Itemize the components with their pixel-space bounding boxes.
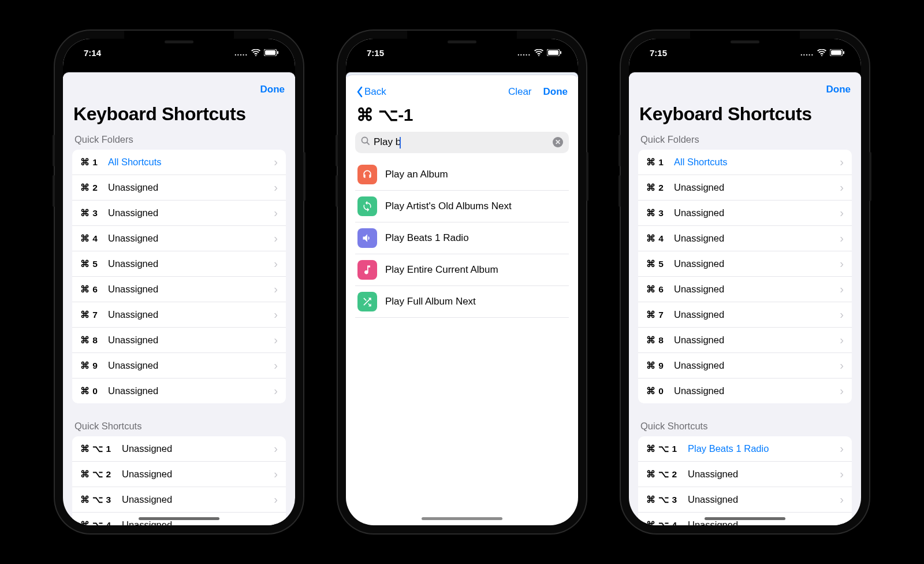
svg-rect-10 <box>843 51 844 54</box>
shortcut-label: Unassigned <box>674 207 840 218</box>
list-row[interactable]: ⌘ ⌥ 3Unassigned› <box>638 487 852 513</box>
list-row[interactable]: ⌘ 7Unassigned› <box>638 302 852 328</box>
list-row[interactable]: ⌘ 4Unassigned› <box>638 226 852 251</box>
list-row[interactable]: ⌘ 0Unassigned› <box>638 379 852 403</box>
shortcut-keys: ⌘ ⌥ 3 <box>80 495 122 505</box>
list-row[interactable]: ⌘ 4Unassigned› <box>72 226 286 251</box>
shortcut-keys: ⌘ 8 <box>80 335 108 346</box>
list-row[interactable]: ⌘ ⌥ 2Unassigned› <box>638 462 852 487</box>
svg-rect-4 <box>548 50 558 55</box>
shortcuts-list: ⌘ ⌥ 1Play Beats 1 Radio›⌘ ⌥ 2Unassigned›… <box>638 436 852 525</box>
shortcut-keys: ⌘ 2 <box>80 183 108 193</box>
done-button[interactable]: Done <box>543 86 568 98</box>
list-row[interactable]: ⌘ ⌥ 1Play Beats 1 Radio› <box>638 436 852 462</box>
chevron-right-icon: › <box>274 493 278 506</box>
shortcut-keys: ⌘ 3 <box>80 208 108 218</box>
list-row[interactable]: ⌘ 1All Shortcuts› <box>638 150 852 175</box>
list-row[interactable]: ⌘ ⌥ 3Unassigned› <box>72 487 286 513</box>
wifi-icon <box>251 49 260 56</box>
list-row[interactable]: ⌘ 3Unassigned› <box>72 201 286 226</box>
shortcut-label: Unassigned <box>108 360 274 371</box>
chevron-right-icon: › <box>274 308 278 321</box>
result-row[interactable]: Play an Album <box>355 159 569 191</box>
shortcut-label: Unassigned <box>674 309 840 320</box>
svg-rect-2 <box>277 51 278 54</box>
shortcut-label: Unassigned <box>674 385 840 396</box>
list-row[interactable]: ⌘ 3Unassigned› <box>638 201 852 226</box>
shortcut-label: Unassigned <box>108 335 274 346</box>
list-row[interactable]: ⌘ ⌥ 1Unassigned› <box>72 436 286 462</box>
shortcut-keys: ⌘ ⌥ 4 <box>646 520 688 526</box>
shortcut-keys: ⌘ 4 <box>80 233 108 244</box>
shortcut-label: Unassigned <box>674 233 840 244</box>
chevron-right-icon: › <box>274 518 278 525</box>
page-title-keys: ⌘ ⌥-1 <box>346 102 578 132</box>
shortcut-keys: ⌘ ⌥ 4 <box>80 520 122 526</box>
shortcut-keys: ⌘ ⌥ 2 <box>80 469 122 480</box>
shortcut-label: Unassigned <box>688 494 840 505</box>
done-button[interactable]: Done <box>260 84 285 95</box>
chevron-right-icon: › <box>840 232 844 245</box>
list-row[interactable]: ⌘ 9Unassigned› <box>72 353 286 379</box>
shortcut-label: Unassigned <box>108 207 274 218</box>
list-row[interactable]: ⌘ 8Unassigned› <box>72 328 286 353</box>
result-row[interactable]: Play Full Album Next <box>355 286 569 318</box>
status-dots: ..... <box>234 49 248 57</box>
list-row[interactable]: ⌘ 5Unassigned› <box>638 251 852 277</box>
chevron-right-icon: › <box>840 181 844 194</box>
list-row[interactable]: ⌘ 6Unassigned› <box>638 277 852 302</box>
search-field-wrap[interactable]: Play b ✕ <box>355 132 569 153</box>
result-label: Play Artist's Old Albums Next <box>385 201 512 212</box>
chevron-right-icon: › <box>840 257 844 270</box>
shortcut-label: Unassigned <box>108 182 274 193</box>
battery-icon <box>547 49 562 56</box>
clear-button[interactable]: Clear <box>508 86 532 98</box>
status-dots: ..... <box>517 49 531 57</box>
chevron-right-icon: › <box>840 467 844 481</box>
list-row[interactable]: ⌘ 5Unassigned› <box>72 251 286 277</box>
result-row[interactable]: Play Entire Current Album <box>355 254 569 286</box>
chevron-right-icon: › <box>274 155 278 169</box>
search-input[interactable]: Play b <box>374 136 549 149</box>
clear-text-button[interactable]: ✕ <box>553 137 563 147</box>
result-row[interactable]: Play Artist's Old Albums Next <box>355 191 569 222</box>
section-quick-folders: Quick Folders <box>63 131 295 150</box>
shortcut-label: Unassigned <box>674 360 840 371</box>
home-indicator[interactable] <box>139 517 219 520</box>
shortcut-label: Unassigned <box>688 469 840 480</box>
list-row[interactable]: ⌘ 0Unassigned› <box>72 379 286 403</box>
list-row[interactable]: ⌘ 2Unassigned› <box>72 175 286 201</box>
list-row[interactable]: ⌘ 1All Shortcuts› <box>72 150 286 175</box>
list-row[interactable]: ⌘ 7Unassigned› <box>72 302 286 328</box>
svg-rect-9 <box>831 50 841 55</box>
shortcut-keys: ⌘ 6 <box>646 284 674 295</box>
list-row[interactable]: ⌘ 6Unassigned› <box>72 277 286 302</box>
wifi-icon <box>817 49 826 56</box>
home-indicator[interactable] <box>705 517 785 520</box>
wifi-icon <box>534 49 543 56</box>
shortcut-keys: ⌘ 0 <box>646 386 674 396</box>
chevron-right-icon: › <box>274 232 278 245</box>
section-quick-shortcuts: Quick Shortcuts <box>629 417 861 436</box>
list-row[interactable]: ⌘ ⌥ 2Unassigned› <box>72 462 286 487</box>
shortcut-keys: ⌘ ⌥ 2 <box>646 469 688 480</box>
phone-frame-1: 7:14 ..... Done Keyboard Shortcuts Quick… <box>55 31 303 533</box>
status-time: 7:15 <box>650 48 667 58</box>
list-row[interactable]: ⌘ 8Unassigned› <box>638 328 852 353</box>
chevron-right-icon: › <box>274 384 278 398</box>
shortcut-label: Unassigned <box>122 494 274 505</box>
section-quick-folders: Quick Folders <box>629 131 861 150</box>
home-indicator[interactable] <box>422 517 502 520</box>
back-button[interactable]: Back <box>356 86 386 98</box>
chevron-right-icon: › <box>840 359 844 372</box>
navbar: Done <box>629 78 861 100</box>
shortcut-label: Unassigned <box>122 469 274 480</box>
done-button[interactable]: Done <box>826 84 851 95</box>
list-row[interactable]: ⌘ 2Unassigned› <box>638 175 852 201</box>
list-row[interactable]: ⌘ 9Unassigned› <box>638 353 852 379</box>
status-time: 7:14 <box>84 48 101 58</box>
result-row[interactable]: Play Beats 1 Radio <box>355 222 569 254</box>
shortcut-label: Unassigned <box>108 309 274 320</box>
shortcut-keys: ⌘ 0 <box>80 386 108 396</box>
chevron-right-icon: › <box>840 493 844 506</box>
